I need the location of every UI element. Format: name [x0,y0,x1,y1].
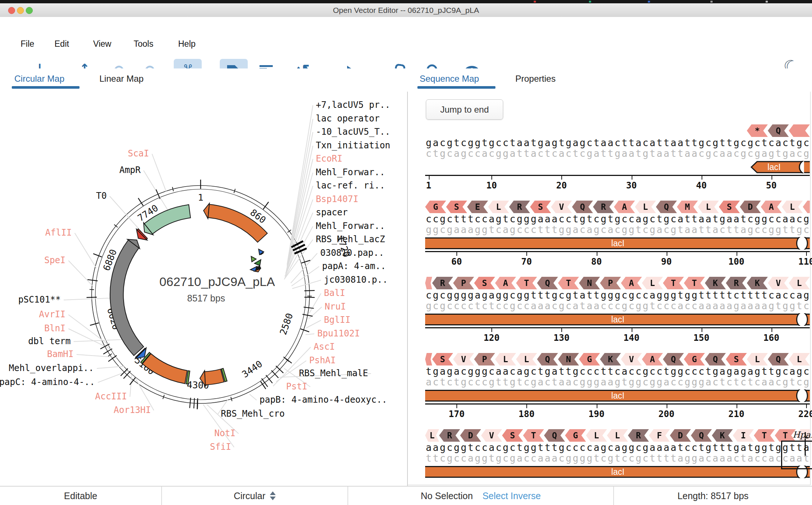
aa-chevron[interactable]: S [530,201,551,213]
dna-top-strand[interactable]: tgagacgggcaacagctgattgcccttcaccgcctggccc… [425,366,810,377]
aa-chevron[interactable]: S [474,277,495,289]
map-label[interactable]: PshAI [309,355,336,365]
map-label[interactable]: NruI [325,301,346,312]
aa-chevron[interactable]: P [474,353,495,365]
jump-to-end-button[interactable]: Jump to end [426,99,503,120]
map-label[interactable]: lac-ref. ri.. [316,180,385,191]
aa-chevron[interactable]: L [747,353,768,365]
aa-chevron[interactable]: V [551,201,572,213]
menu-edit[interactable]: Edit [54,39,69,49]
menu-view[interactable]: View [93,39,111,49]
aa-chevron[interactable]: Q [691,429,712,442]
aa-chevron[interactable]: V [481,429,502,442]
dna-top-strand[interactable]: aagcggtccacgctggtttgccccagcaggcgaaaatcct… [425,442,810,453]
aa-chevron[interactable]: T [558,277,579,289]
aa-chevron[interactable]: L [425,429,439,442]
aa-chevron[interactable]: N [579,277,600,289]
map-label[interactable]: Aor13HI [114,405,151,415]
map-label[interactable]: NotI [214,428,236,438]
map-label[interactable]: spacer [316,207,348,218]
aa-chevron[interactable]: L [698,201,719,213]
dna-bottom-strand[interactable]: ctgcagccacggattactcactcgattgaatgtaattaac… [425,148,810,159]
aa-chevron[interactable]: G [684,353,705,365]
aa-chevron[interactable]: K [712,429,733,442]
aa-chevron[interactable]: M [677,201,698,213]
map-label[interactable]: jc030810.p.. [324,275,388,285]
aa-chevron[interactable]: T [684,277,705,289]
aa-chevron[interactable]: L [789,353,810,365]
amino-acid-track[interactable]: RPSATQTNPALTTKRKVL [425,277,810,289]
aa-chevron[interactable]: * [747,124,768,137]
status-editable[interactable]: Editable [0,487,162,505]
aa-chevron[interactable]: T [523,429,544,442]
dna-bottom-strand[interactable]: actctgcccgttgtcgactaacgggaagtggcggaccggg… [425,377,810,388]
aa-chevron[interactable]: L [516,353,537,365]
dna-bottom-strand[interactable]: gcgcccctctccgccaaacgcataacccgcggtcccacca… [425,301,810,311]
aa-chevron[interactable]: D [460,429,481,442]
aa-chevron[interactable]: K [600,353,621,365]
aa-chevron[interactable]: A [495,277,516,289]
aa-chevron[interactable]: T [663,277,684,289]
feature-track[interactable]: lacI [425,389,810,402]
feature-track[interactable]: lacI [425,237,810,250]
amino-acid-track[interactable]: GSELRSVQRALQMLSDALA [425,201,810,213]
sequence-row[interactable]: *Qgacgtcggtgcctaatgagtgagctaacttacattaat… [425,121,810,193]
aa-chevron[interactable]: Q [768,124,789,137]
aa-chevron[interactable]: I [733,429,754,442]
map-label[interactable]: BlnI [44,323,66,333]
aa-chevron[interactable]: V [621,353,642,365]
feature-papB[interactable] [205,369,224,385]
map-label[interactable]: AflII [45,227,72,238]
aa-chevron[interactable]: D [670,429,691,442]
aa-chevron[interactable]: S [502,429,523,442]
aa-chevron[interactable]: Q [537,277,558,289]
aa-chevron[interactable]: D [740,201,761,213]
menu-file[interactable]: File [21,39,34,49]
tab-properties[interactable]: Properties [515,74,555,84]
map-label[interactable]: papA: 4-am.. [322,261,386,271]
plasmid-circular-map[interactable]: 186017202580344043005160602068807740+7,l… [0,92,407,486]
map-label[interactable]: Bsp1407I [316,194,359,204]
map-label[interactable]: BalI [324,288,345,298]
dna-top-strand[interactable]: cgcggggagaggcggtttgcgtattgggcgccagggtggt… [425,290,810,301]
map-label[interactable]: RBS_Mehl_malE [299,368,368,378]
aa-chevron[interactable]: Q [768,353,789,365]
menu-tools[interactable]: Tools [134,39,153,49]
aa-chevron[interactable]: Q [663,353,684,365]
aa-chevron[interactable]: R [628,429,649,442]
sequence-row[interactable]: SVPLLQNGKVAQGQSLQLtgagacgggcaacagctgattg… [425,350,810,421]
aa-chevron[interactable]: S [726,353,747,365]
map-label[interactable]: 030810.pap.. [320,248,384,258]
amino-acid-track[interactable]: SVPLLQNGKVAQGQSLQL [425,353,810,365]
map-label[interactable]: SfiI [210,442,231,452]
aa-chevron[interactable]: P [453,277,474,289]
aa-chevron[interactable]: L [607,429,628,442]
amino-acid-track[interactable]: LRDVSTQGLLRFDQKITTL [425,429,810,442]
aa-chevron[interactable]: S [432,353,453,365]
aa-chevron[interactable]: T [754,429,775,442]
aa-chevron[interactable]: L [789,277,810,289]
map-label[interactable]: Txn_initiation [316,140,390,151]
dna-top-strand[interactable]: ccgctttccagtcgggaaacctgtcgtgccagctgcatta… [425,214,810,225]
map-label[interactable]: BamHI [47,349,74,359]
aa-chevron[interactable]: L [586,429,607,442]
aa-chevron[interactable]: T [516,277,537,289]
aa-chevron[interactable]: R [509,201,530,213]
feature-cluster-green-1[interactable] [251,256,256,262]
map-label[interactable]: ScaI [128,148,149,159]
tab-linear-map[interactable]: Linear Map [99,74,144,84]
aa-chevron[interactable]: G [425,201,446,213]
map-label[interactable]: papB: 4-amino-4-deoxyc.. [260,395,387,405]
aa-chevron[interactable]: E [467,201,488,213]
aa-chevron[interactable]: R [726,277,747,289]
map-label[interactable]: pSC101** [18,294,61,305]
aa-chevron[interactable]: R [593,201,614,213]
aa-chevron[interactable]: S [446,201,467,213]
aa-chevron[interactable]: R [432,277,453,289]
aa-chevron[interactable]: G [565,429,586,442]
aa-chevron[interactable]: F [649,429,670,442]
sequence-row[interactable]: RPSATQTNPALTTKRKVLcgcggggagaggcggtttgcgt… [425,273,810,345]
aa-chevron[interactable]: A [803,201,810,213]
status-topology[interactable]: Circular [162,487,348,505]
map-label[interactable]: papC: 4-amino-4-.. [0,377,95,387]
